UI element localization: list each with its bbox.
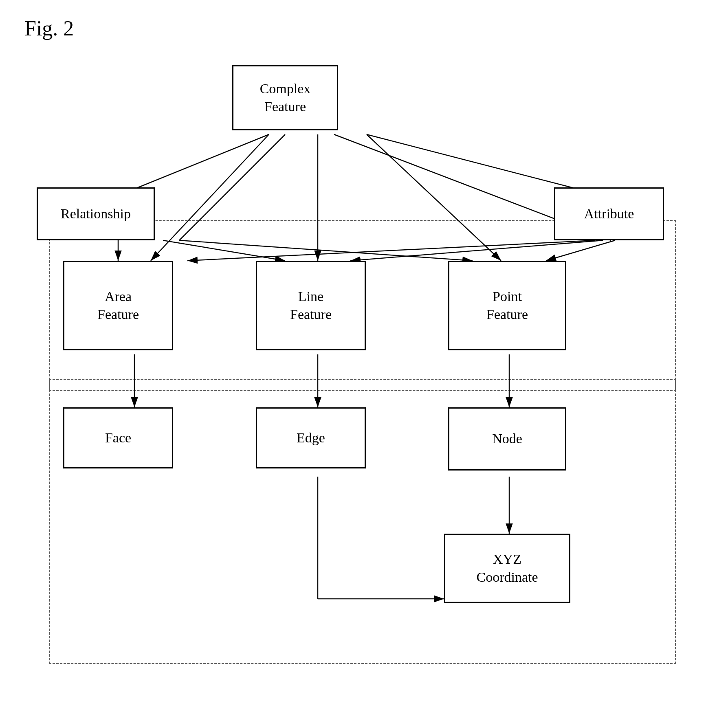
relationship-node: Relationship [37, 187, 155, 240]
attribute-node: Attribute [554, 187, 664, 240]
line-feature-node: Line Feature [256, 261, 366, 350]
point-feature-node: Point Feature [448, 261, 566, 350]
edge-node: Edge [256, 407, 366, 468]
area-feature-node: Area Feature [63, 261, 173, 350]
svg-line-1 [118, 134, 269, 196]
node-node: Node [448, 407, 566, 471]
xyz-node: XYZ Coordinate [444, 534, 570, 603]
face-node: Face [63, 407, 173, 468]
complex-feature-node: Complex Feature [232, 65, 338, 130]
figure-label: Fig. 2 [24, 16, 74, 40]
svg-line-5 [367, 134, 603, 196]
